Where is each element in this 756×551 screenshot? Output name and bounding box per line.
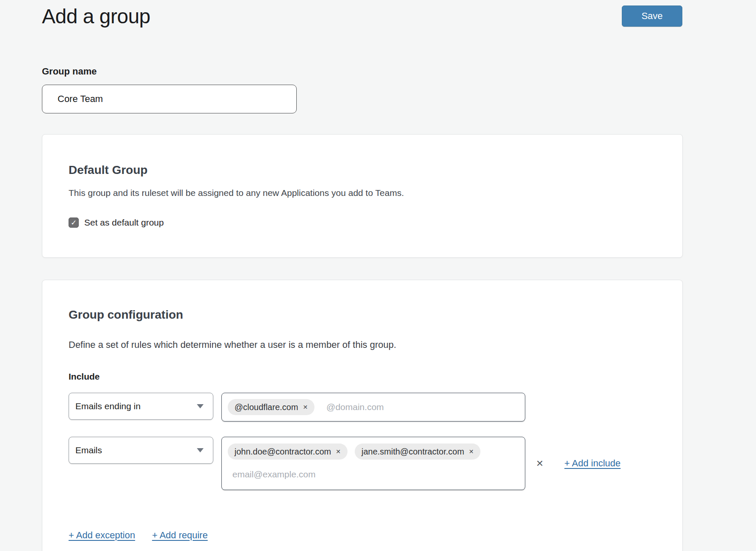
chevron-down-icon xyxy=(197,448,204,452)
page-header: Add a group Save xyxy=(42,5,682,28)
group-configuration-title: Group configuration xyxy=(69,308,656,322)
rule-values-input-1[interactable]: @cloudflare.com ✕ xyxy=(221,393,525,422)
remove-rule-icon[interactable]: × xyxy=(536,457,543,469)
add-exception-link[interactable]: + Add exception xyxy=(69,530,135,541)
include-rule-row-2: Emails john.doe@contractor.com ✕ jane.sm… xyxy=(69,437,656,490)
group-name-section: Group name xyxy=(42,66,682,113)
default-group-title: Default Group xyxy=(69,163,656,177)
chip-remove-icon[interactable]: ✕ xyxy=(303,404,308,410)
rule-type-select-1[interactable]: Emails ending in xyxy=(69,393,213,420)
include-label: Include xyxy=(69,372,656,382)
email-chip: john.doe@contractor.com ✕ xyxy=(228,444,348,460)
email-domain-chip: @cloudflare.com ✕ xyxy=(228,399,315,415)
include-rule-row-1: Emails ending in @cloudflare.com ✕ xyxy=(69,393,656,422)
chip-remove-icon[interactable]: ✕ xyxy=(469,449,474,455)
domain-entry-input[interactable] xyxy=(322,398,519,416)
group-name-label: Group name xyxy=(42,66,682,77)
chip-remove-icon[interactable]: ✕ xyxy=(336,449,341,455)
group-configuration-description: Define a set of rules which determine wh… xyxy=(69,339,656,350)
add-include-link[interactable]: + Add include xyxy=(564,458,621,469)
rule-values-input-2[interactable]: john.doe@contractor.com ✕ jane.smith@con… xyxy=(221,437,525,490)
default-group-card: Default Group This group and its ruleset… xyxy=(42,134,683,258)
rule-type-select-2[interactable]: Emails xyxy=(69,437,213,464)
group-configuration-card: Group configuration Define a set of rule… xyxy=(42,280,683,551)
default-group-checkbox-row: ✓ Set as default group xyxy=(69,218,656,228)
chevron-down-icon xyxy=(197,404,204,408)
check-icon: ✓ xyxy=(71,219,77,226)
rule-type-select-2-value: Emails xyxy=(75,445,102,455)
rule-type-select-1-value: Emails ending in xyxy=(75,401,141,411)
chip-text: @cloudflare.com xyxy=(235,402,298,412)
set-default-checkbox-label: Set as default group xyxy=(84,218,164,228)
add-require-link[interactable]: + Add require xyxy=(152,530,207,541)
default-group-description: This group and its ruleset will be assig… xyxy=(69,188,656,198)
group-name-input[interactable] xyxy=(42,85,297,113)
page-title: Add a group xyxy=(42,5,150,28)
chip-text: john.doe@contractor.com xyxy=(235,447,331,457)
rule-section-links: + Add exception + Add require xyxy=(69,530,656,541)
set-default-checkbox[interactable]: ✓ xyxy=(69,218,79,228)
email-chip: jane.smith@contractor.com ✕ xyxy=(355,444,480,460)
chip-text: jane.smith@contractor.com xyxy=(361,447,464,457)
save-button[interactable]: Save xyxy=(622,6,682,27)
email-entry-input[interactable] xyxy=(228,466,519,483)
add-group-page: Add a group Save Group name Default Grou… xyxy=(0,0,756,551)
